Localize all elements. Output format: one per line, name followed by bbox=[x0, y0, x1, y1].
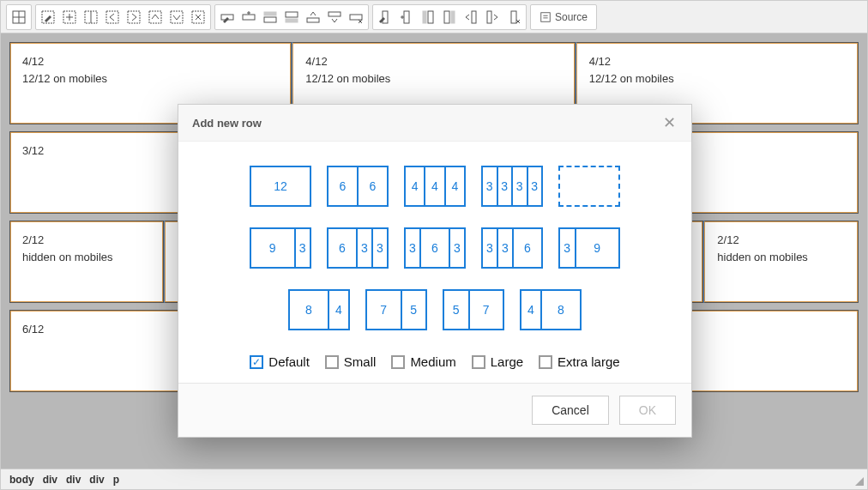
ok-button[interactable]: OK bbox=[619, 396, 676, 425]
layout-cell: 6 bbox=[512, 229, 541, 267]
col-before-icon[interactable] bbox=[418, 7, 438, 27]
checkbox-icon bbox=[539, 355, 552, 369]
split-cell-icon[interactable] bbox=[81, 7, 101, 27]
layout-cell: 3 bbox=[560, 229, 575, 267]
path-item[interactable]: div bbox=[89, 474, 104, 486]
svg-rect-24 bbox=[307, 18, 319, 22]
layout-cell: 9 bbox=[575, 229, 619, 267]
breakpoint-checkbox[interactable]: Extra large bbox=[539, 354, 620, 369]
svg-rect-21 bbox=[264, 12, 276, 15]
layout-cell: 3 bbox=[497, 167, 512, 205]
svg-rect-39 bbox=[511, 11, 516, 23]
svg-rect-22 bbox=[286, 12, 298, 17]
path-item[interactable]: div bbox=[66, 474, 81, 486]
breakpoint-checkbox[interactable]: Large bbox=[472, 354, 523, 369]
col-left-icon[interactable] bbox=[461, 7, 481, 27]
layout-option[interactable]: 363 bbox=[404, 227, 466, 269]
cancel-button[interactable]: Cancel bbox=[532, 396, 609, 425]
path-item[interactable]: p bbox=[113, 474, 119, 486]
svg-rect-9 bbox=[106, 11, 118, 23]
layout-cell: 8 bbox=[540, 291, 580, 329]
layout-option[interactable]: 48 bbox=[520, 289, 582, 330]
layout-cell: 6 bbox=[329, 167, 357, 205]
add-col-icon[interactable] bbox=[396, 7, 417, 27]
breakpoint-checkbox[interactable]: Small bbox=[325, 354, 377, 369]
edit-row-icon[interactable] bbox=[217, 7, 238, 27]
col-right-icon[interactable] bbox=[482, 7, 503, 27]
edit-col-icon[interactable] bbox=[375, 7, 395, 27]
checkbox-label: Large bbox=[491, 354, 523, 369]
source-label: Source bbox=[555, 11, 588, 23]
layout-cell: 5 bbox=[444, 291, 468, 329]
layout-option[interactable]: 66 bbox=[327, 166, 389, 207]
svg-rect-33 bbox=[428, 11, 433, 23]
layout-cell: 3 bbox=[406, 229, 419, 267]
add-cell-icon[interactable] bbox=[59, 7, 80, 27]
layout-cell: 3 bbox=[527, 167, 542, 205]
layout-cell: 3 bbox=[371, 229, 387, 267]
col-text: 12/12 on mobiles bbox=[22, 70, 279, 88]
row-up-icon[interactable] bbox=[303, 7, 323, 27]
col-text: 4/12 bbox=[22, 53, 279, 70]
dialog-title: Add new row bbox=[192, 117, 262, 130]
layout-option[interactable]: 57 bbox=[443, 289, 504, 330]
layout-option[interactable]: 633 bbox=[327, 227, 389, 269]
layout-cell: 6 bbox=[329, 229, 356, 267]
svg-rect-35 bbox=[444, 11, 449, 23]
delete-col-icon[interactable] bbox=[503, 7, 524, 27]
layout-option[interactable]: 93 bbox=[250, 227, 311, 269]
layout-cell: 3 bbox=[497, 229, 512, 267]
add-row-icon[interactable] bbox=[238, 7, 259, 27]
col-text: hidden on mobiles bbox=[717, 249, 846, 266]
layout-option[interactable]: 39 bbox=[558, 227, 620, 269]
layout-cell: 4 bbox=[328, 291, 348, 329]
layout-option[interactable]: 84 bbox=[288, 289, 350, 330]
move-down-icon[interactable] bbox=[166, 7, 187, 27]
checkbox-label: Default bbox=[268, 354, 310, 369]
grid-col[interactable]: 2/12 hidden on mobiles bbox=[9, 221, 164, 303]
svg-rect-30 bbox=[404, 11, 409, 23]
layout-cell: 7 bbox=[367, 291, 401, 329]
delete-cell-icon[interactable] bbox=[188, 7, 208, 27]
source-button[interactable]: Source bbox=[533, 7, 594, 27]
breakpoint-checkbox[interactable]: ✓Default bbox=[250, 354, 310, 369]
layout-row: 84755748 bbox=[288, 289, 582, 330]
col-after-icon[interactable] bbox=[439, 7, 460, 27]
row-after-icon[interactable] bbox=[281, 7, 302, 27]
delete-row-icon[interactable] bbox=[346, 7, 366, 27]
layout-cell: 4 bbox=[406, 167, 424, 205]
checkbox-label: Small bbox=[344, 354, 377, 369]
col-text: 12/12 on mobiles bbox=[305, 70, 562, 88]
layout-option[interactable]: 75 bbox=[365, 289, 427, 330]
move-up-icon[interactable] bbox=[145, 7, 166, 27]
layout-option[interactable]: 3333 bbox=[481, 166, 543, 207]
layout-row: 12664443333 bbox=[250, 166, 620, 207]
svg-rect-29 bbox=[383, 11, 388, 23]
svg-rect-11 bbox=[149, 11, 161, 23]
row-before-icon[interactable] bbox=[260, 7, 280, 27]
layout-cell: 4 bbox=[444, 167, 464, 205]
layout-cell: 3 bbox=[483, 229, 497, 267]
insert-grid-icon[interactable] bbox=[9, 7, 29, 27]
grid-col[interactable]: 2/12 hidden on mobiles bbox=[703, 221, 859, 303]
layout-cell: 4 bbox=[521, 291, 540, 329]
path-item[interactable]: div bbox=[43, 474, 57, 486]
edit-cell-icon[interactable] bbox=[38, 7, 58, 27]
breakpoint-checkbox[interactable]: Medium bbox=[391, 354, 455, 369]
close-icon[interactable]: ✕ bbox=[660, 115, 678, 130]
layout-cell: 7 bbox=[468, 291, 503, 329]
dialog-body: 12664443333936333633363984755748 ✓Defaul… bbox=[178, 142, 691, 383]
resize-grip-icon[interactable] bbox=[855, 477, 864, 486]
layout-option[interactable]: 336 bbox=[481, 227, 543, 269]
layout-option[interactable] bbox=[558, 166, 620, 207]
svg-rect-10 bbox=[128, 11, 140, 23]
layout-option[interactable]: 444 bbox=[404, 166, 466, 207]
path-item[interactable]: body bbox=[9, 474, 34, 486]
layout-option[interactable]: 12 bbox=[250, 166, 311, 207]
row-down-icon[interactable] bbox=[324, 7, 345, 27]
col-text: hidden on mobiles bbox=[22, 249, 151, 266]
col-text: 2/12 bbox=[22, 232, 151, 249]
move-left-icon[interactable] bbox=[102, 7, 123, 27]
checkbox-label: Medium bbox=[410, 354, 455, 369]
move-right-icon[interactable] bbox=[124, 7, 144, 27]
